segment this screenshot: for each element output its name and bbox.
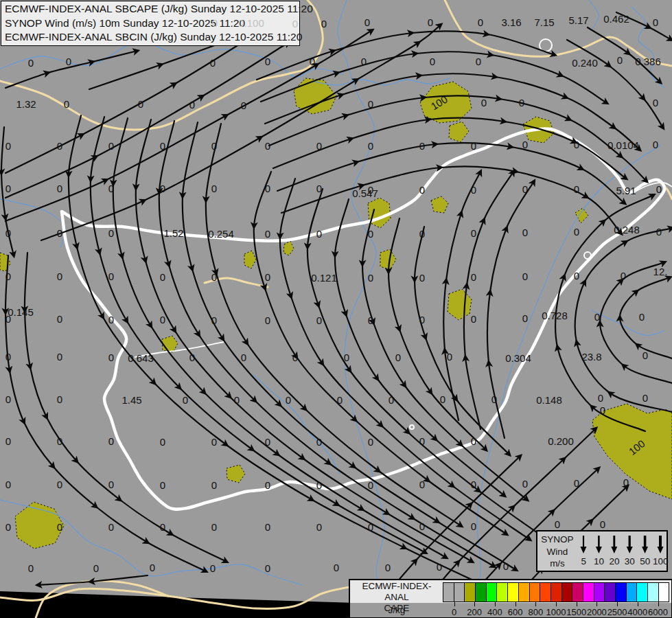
svg-text:0: 0: [108, 314, 114, 325]
svg-text:0: 0: [93, 562, 99, 574]
svg-text:0: 0: [5, 227, 11, 239]
faint-station-value: 0.100: [238, 17, 264, 29]
svg-text:0: 0: [265, 436, 270, 448]
cape-color-scale: [443, 582, 669, 602]
cape-tick-mark: [535, 602, 536, 606]
cape-tick-mark: [495, 602, 496, 606]
svg-text:0: 0: [5, 479, 11, 490]
svg-text:0: 0: [522, 227, 528, 238]
svg-text:0: 0: [419, 314, 425, 325]
svg-text:0: 0: [653, 16, 658, 28]
svg-text:0: 0: [344, 352, 349, 363]
svg-text:0: 0: [265, 56, 270, 67]
svg-text:0: 0: [600, 518, 605, 530]
svg-text:12.: 12.: [653, 266, 668, 277]
cape-color-cell: [636, 582, 648, 602]
cape-legend-model-label: ECMWF-INDEX-ANAL: [350, 581, 443, 603]
cape-color-cell: [604, 582, 616, 602]
svg-text:0: 0: [265, 228, 270, 240]
svg-text:0.728: 0.728: [542, 310, 568, 321]
svg-text:0: 0: [368, 521, 373, 533]
svg-text:1.45: 1.45: [121, 394, 141, 406]
svg-text:0: 0: [574, 477, 579, 489]
svg-text:0: 0: [653, 97, 658, 108]
title-line-sbcape: ECMWF-INDEX-ANAL SBCAPE (J/kg) Sunday 12…: [5, 2, 296, 16]
svg-text:0: 0: [211, 183, 217, 194]
svg-text:0.304: 0.304: [505, 352, 531, 364]
svg-text:0: 0: [211, 436, 217, 448]
title-line-sbcin: ECMWF-INDEX-ANAL SBCIN (J/kg) Sunday 12-…: [5, 30, 296, 45]
svg-text:0: 0: [265, 314, 270, 326]
svg-text:0: 0: [522, 271, 528, 282]
svg-text:0: 0: [316, 228, 322, 240]
cape-color-legend: ECMWF-INDEX-ANAL CAPE J/kg 0200400600800…: [349, 579, 672, 618]
svg-text:0: 0: [160, 140, 165, 152]
svg-text:0: 0: [642, 350, 648, 361]
svg-text:0: 0: [160, 479, 165, 491]
svg-text:0: 0: [555, 518, 560, 530]
cape-color-cell: [658, 582, 670, 602]
svg-text:0: 0: [5, 271, 11, 282]
svg-text:0: 0: [476, 56, 481, 67]
cape-color-cell: [583, 582, 594, 602]
svg-text:0.248: 0.248: [614, 224, 640, 236]
svg-text:0: 0: [389, 394, 394, 406]
svg-text:0: 0: [430, 56, 435, 67]
svg-text:0: 0: [519, 97, 524, 108]
svg-text:0: 0: [594, 311, 600, 323]
svg-text:0: 0: [574, 139, 579, 150]
svg-text:0: 0: [316, 140, 322, 152]
cape-color-cell: [518, 582, 530, 602]
cape-color-cell: [594, 582, 605, 602]
svg-text:0: 0: [57, 435, 62, 447]
svg-text:0: 0: [471, 479, 476, 490]
svg-text:0: 0: [310, 56, 315, 67]
svg-text:0: 0: [419, 228, 425, 240]
cape-color-cell: [540, 582, 551, 602]
cape-legend-unit: J/kg: [350, 605, 443, 615]
svg-text:0: 0: [5, 140, 11, 152]
faint-station-value: 0: [292, 18, 298, 30]
wind-speed-value: 50: [638, 556, 653, 566]
svg-text:0: 0: [241, 352, 246, 363]
svg-text:0: 0: [419, 184, 425, 196]
svg-text:0: 0: [368, 140, 373, 152]
cape-color-cell: [572, 582, 583, 602]
svg-text:0: 0: [491, 393, 497, 405]
svg-text:0: 0: [292, 352, 298, 363]
weather-map: 0000000000000000000000000000000000000000…: [0, 0, 672, 618]
weather-map-page: 0000000000000000000000000000000000000000…: [0, 0, 672, 618]
svg-text:0: 0: [57, 183, 62, 194]
svg-text:0: 0: [419, 272, 425, 284]
svg-text:0: 0: [522, 139, 528, 150]
svg-text:0: 0: [522, 183, 528, 195]
faint-station-value: 0: [212, 17, 218, 29]
svg-text:0: 0: [160, 521, 165, 533]
svg-text:0: 0: [108, 352, 114, 363]
svg-text:0: 0: [5, 521, 11, 533]
svg-text:0: 0: [150, 562, 155, 573]
svg-text:0: 0: [28, 562, 34, 574]
svg-text:5.17: 5.17: [568, 14, 588, 26]
svg-text:0: 0: [316, 183, 322, 194]
svg-text:0: 0: [57, 313, 62, 325]
svg-text:0: 0: [316, 314, 322, 326]
svg-text:0: 0: [108, 479, 114, 490]
svg-text:0: 0: [316, 521, 322, 533]
svg-text:0: 0: [138, 98, 143, 110]
svg-text:0: 0: [478, 16, 483, 28]
svg-text:0: 0: [57, 140, 62, 152]
svg-text:0: 0: [471, 140, 476, 152]
cape-tick-mark: [515, 602, 516, 606]
wind-speed-arrows: [576, 534, 669, 558]
svg-text:0: 0: [395, 352, 401, 363]
svg-text:0.148: 0.148: [536, 394, 562, 406]
svg-text:0: 0: [57, 271, 62, 282]
cape-color-cell: [464, 582, 476, 602]
svg-text:0: 0: [437, 561, 442, 573]
svg-text:0: 0: [471, 227, 476, 239]
svg-text:0: 0: [419, 140, 425, 152]
svg-text:0: 0: [57, 227, 62, 239]
svg-text:0: 0: [211, 479, 217, 491]
svg-text:0: 0: [428, 16, 433, 28]
